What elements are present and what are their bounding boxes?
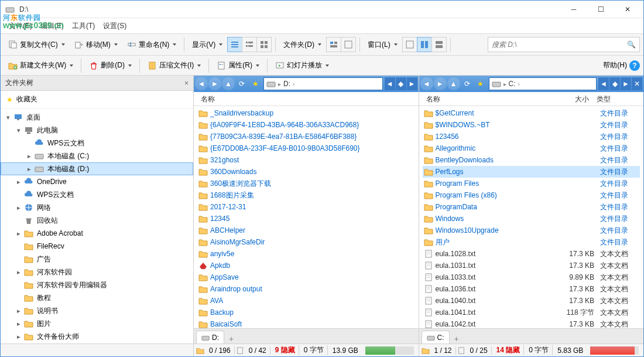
minimize-button[interactable]: ─ [560, 1, 587, 18]
back-button[interactable]: ◄ [195, 77, 208, 90]
tree-item[interactable]: WPS云文档 [1, 137, 193, 149]
file-row[interactable]: AisinoMgrSafeDir [197, 236, 415, 248]
up-button[interactable]: ▲ [222, 77, 235, 90]
copy-button[interactable]: 复制文件(C) [4, 38, 69, 52]
fav-button[interactable]: ★ [474, 77, 487, 90]
file-row[interactable]: eula.1036.txt17.3 KB文本文档 [423, 283, 640, 295]
nav-swap-button[interactable]: ◆ [609, 77, 620, 90]
tree-item[interactable]: ▾此电脑 [1, 124, 193, 137]
file-row[interactable]: ProgramData文件目录 [423, 201, 640, 213]
expand-icon[interactable]: ▾ [4, 114, 12, 121]
left-filelist[interactable]: _Snaildriversbackup{6A09F9F4-1E8D-43BA-9… [194, 106, 419, 328]
slideshow-button[interactable]: 幻灯片播放 [271, 58, 333, 73]
file-row[interactable]: eula.1040.txt17.3 KB文本文档 [423, 295, 640, 307]
tree-item[interactable]: ▸本地磁盘 (C:) [1, 149, 193, 162]
search-input[interactable] [492, 40, 627, 49]
file-row[interactable]: eula.1031.txt17.3 KB文本文档 [423, 260, 640, 271]
tree-item[interactable]: ▸网络 [1, 201, 193, 214]
file-row[interactable]: _Snaildriversbackup [197, 107, 415, 119]
refresh-button[interactable]: ⟳ [235, 77, 248, 90]
right-breadcrumb[interactable]: ▸ C: › [489, 77, 597, 90]
nav-close-button[interactable]: ✕ [632, 77, 642, 90]
file-row[interactable]: Araindrop output [197, 283, 415, 295]
search-icon[interactable]: 🔍 [627, 40, 636, 49]
forward-button[interactable]: ► [434, 77, 447, 90]
expand-icon[interactable]: ▸ [15, 204, 23, 212]
file-row[interactable]: {6A09F9F4-1E8D-43BA-964B-306A33ACD968} [197, 119, 415, 131]
close-button[interactable]: ✕ [614, 1, 641, 18]
refresh-button[interactable]: ⟳ [461, 77, 474, 90]
view-details-button[interactable] [227, 37, 242, 52]
file-row[interactable]: AVA [197, 295, 415, 307]
file-row[interactable]: 12345 [197, 213, 415, 225]
file-row[interactable]: BentleyDownloads文件目录 [423, 154, 640, 166]
rename-button[interactable]: 重命名(N) [123, 38, 181, 52]
right-list-header[interactable]: 名称 大小 类型 [419, 92, 644, 106]
file-row[interactable]: Allegorithmic文件目录 [423, 142, 640, 154]
fav-button[interactable]: ★ [249, 77, 262, 90]
tree-item[interactable]: ▸本地磁盘 (D:) [1, 162, 193, 175]
file-row[interactable]: Program Files文件目录 [423, 178, 640, 189]
file-row[interactable]: 用户文件目录 [423, 236, 640, 248]
tree-item[interactable]: 回收站 [1, 214, 193, 227]
file-row[interactable]: anyiv5e [197, 248, 415, 260]
left-tab-add[interactable]: + [225, 334, 237, 344]
window-button[interactable]: 窗口(L) [364, 38, 402, 52]
help-label[interactable]: 帮助(H) [603, 60, 627, 70]
folder-flat-button[interactable] [341, 37, 356, 52]
left-list-header[interactable]: 名称 [194, 92, 419, 106]
file-row[interactable]: eula.1042.txt17.3 KB文本文档 [423, 318, 640, 328]
nav-swap-button[interactable]: ◆ [396, 77, 406, 90]
tree-item[interactable]: ▸说明书 [1, 304, 193, 317]
sidebar-close-icon[interactable]: × [184, 79, 189, 87]
expand-icon[interactable]: ▸ [15, 333, 23, 341]
tree-item[interactable]: ▸图片 [1, 317, 193, 330]
expand-icon[interactable]: ▾ [15, 127, 23, 134]
expand-icon[interactable]: ▸ [15, 268, 23, 276]
file-row[interactable]: $GetCurrent文件目录 [423, 107, 640, 119]
newfolder-button[interactable]: 新建文件夹(W) [4, 58, 77, 73]
tree-item[interactable]: WPS云文档 [1, 188, 193, 201]
maximize-button[interactable]: ☐ [587, 1, 614, 18]
col-size[interactable]: 大小 [552, 92, 593, 106]
layout-stack-button[interactable] [431, 37, 447, 52]
right-tab-add[interactable]: + [451, 334, 463, 344]
file-row[interactable]: BaicaiSoft [197, 318, 415, 328]
file-row[interactable]: 123456文件目录 [423, 131, 640, 142]
folder-tree[interactable]: ▾桌面▾此电脑WPS云文档▸本地磁盘 (C:)▸本地磁盘 (D:)▸OneDri… [1, 108, 193, 344]
file-row[interactable]: {77B09C3A-839E-4ea7-81BA-E5864F6BF388} [197, 131, 415, 142]
expand-icon[interactable]: ▸ [25, 165, 33, 173]
nav-prev-button[interactable]: ◄ [598, 77, 609, 90]
expand-icon[interactable]: ▸ [25, 152, 33, 160]
file-row[interactable]: Windows10Upgrade文件目录 [423, 225, 640, 236]
col-name[interactable]: 名称 [423, 92, 553, 106]
left-tab[interactable]: D: [196, 331, 224, 344]
right-tab[interactable]: C: [422, 331, 450, 344]
back-button[interactable]: ◄ [420, 77, 433, 90]
help-icon[interactable]: ? [629, 60, 640, 71]
forward-button[interactable]: ► [208, 77, 221, 90]
file-row[interactable]: ABCHelper [197, 225, 415, 236]
file-row[interactable]: 2017-12-31 [197, 201, 415, 213]
menu-tools[interactable]: 工具(T) [68, 19, 98, 33]
view-button[interactable]: 显示(V) [188, 38, 227, 52]
nav-next-button[interactable]: ► [407, 77, 417, 90]
tree-item[interactable]: ▸文件备份大师 [1, 330, 193, 343]
menu-edit[interactable]: 编辑(E) [37, 19, 67, 33]
left-breadcrumb[interactable]: ▸ D: › [263, 77, 383, 90]
file-row[interactable]: AppSave [197, 271, 415, 283]
file-row[interactable]: $WINDOWS.~BT文件目录 [423, 119, 640, 131]
delete-button[interactable]: 删除(D) [85, 58, 136, 73]
file-row[interactable]: Windows文件目录 [423, 213, 640, 225]
file-row[interactable]: eula.1028.txt17.3 KB文本文档 [423, 248, 640, 260]
menu-file[interactable]: 文件(E) [5, 19, 36, 33]
file-row[interactable]: 321ghost [197, 154, 415, 166]
layout-single-button[interactable] [402, 37, 417, 52]
nav-prev-button[interactable]: ◄ [385, 77, 395, 90]
file-row[interactable]: eula.1033.txt9.89 KB文本文档 [423, 271, 640, 283]
expand-icon[interactable]: ▸ [15, 178, 23, 186]
file-row[interactable]: PerfLogs文件目录 [423, 166, 640, 178]
up-button[interactable]: ▲ [447, 77, 460, 90]
tree-item[interactable]: 教程 [1, 291, 193, 304]
view-list-button[interactable] [242, 37, 257, 52]
